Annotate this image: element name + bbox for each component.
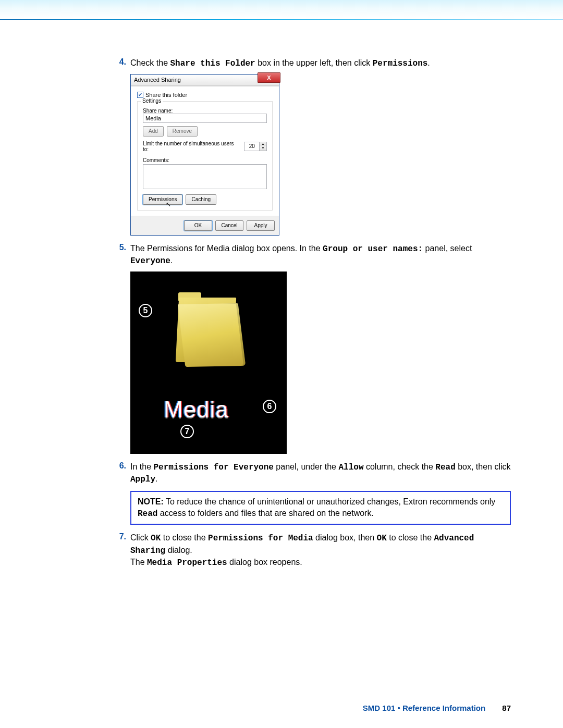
chevron-up-icon[interactable]: ▲ bbox=[259, 142, 266, 146]
step-body: In the Permissions for Everyone panel, u… bbox=[130, 461, 511, 486]
dialog-footer: OK Cancel Apply bbox=[131, 216, 279, 235]
permissions-label: Permissions bbox=[149, 196, 177, 202]
text: column, check the bbox=[363, 462, 435, 471]
chevron-down-icon[interactable]: ▼ bbox=[259, 146, 266, 151]
dialog-titlebar: Advanced Sharing X bbox=[131, 75, 279, 86]
callout-label: 5 bbox=[143, 306, 148, 315]
note-prefix: NOTE: bbox=[138, 497, 164, 506]
media-folder-screenshot: 5 Media 6 7 bbox=[130, 272, 511, 454]
text: dialog box, then bbox=[313, 533, 377, 542]
note-text: access to folders and files that are sha… bbox=[157, 509, 373, 517]
step-4: 4. Check the Share this Folder box in th… bbox=[115, 57, 511, 70]
step-5: 5. The Permissions for Media dialog box … bbox=[115, 243, 511, 267]
page-header-accent bbox=[0, 0, 563, 20]
code: OK bbox=[151, 534, 161, 543]
share-folder-checkbox-row: ✔ Share this folder bbox=[137, 92, 273, 98]
share-name-label: Share name: bbox=[143, 108, 267, 114]
text: The Permissions for Media dialog box ope… bbox=[130, 244, 323, 253]
code: Read bbox=[435, 463, 455, 472]
comments-textarea[interactable] bbox=[143, 164, 267, 189]
limit-users-row: Limit the number of simultaneous users t… bbox=[143, 141, 267, 152]
text: Check the bbox=[130, 58, 170, 67]
text: . bbox=[155, 474, 157, 483]
advanced-sharing-screenshot: Advanced Sharing X ✔ Share this folder S… bbox=[130, 74, 511, 236]
step-7: 7. Click OK to close the Permissions for… bbox=[115, 532, 511, 569]
add-remove-row: Add Remove bbox=[143, 126, 267, 137]
text: to close the bbox=[161, 533, 208, 542]
caching-label: Caching bbox=[191, 196, 211, 202]
apply-button[interactable]: Apply bbox=[247, 220, 275, 231]
add-label: Add bbox=[149, 128, 158, 134]
step-6: 6. In the Permissions for Everyone panel… bbox=[115, 461, 511, 486]
text: Click bbox=[130, 533, 151, 542]
settings-group: Settings Share name: Media Add Remove Li… bbox=[137, 101, 273, 211]
code: Permissions for Everyone bbox=[153, 463, 273, 472]
code: OK bbox=[377, 534, 387, 543]
note-text: To reduce the chance of unintentional or… bbox=[164, 497, 496, 506]
text: dialog. bbox=[165, 546, 192, 554]
share-name-input[interactable]: Media bbox=[143, 114, 267, 123]
callout-6: 6 bbox=[263, 400, 276, 413]
code: Read bbox=[138, 509, 157, 519]
callout-label: 7 bbox=[185, 427, 190, 436]
ok-button[interactable]: OK bbox=[184, 220, 212, 231]
share-folder-checkbox[interactable]: ✔ bbox=[137, 92, 143, 98]
limit-spinner[interactable]: 20 ▲▼ bbox=[244, 142, 267, 151]
caching-button[interactable]: Caching bbox=[186, 194, 216, 205]
text: panel, select bbox=[423, 244, 472, 253]
dialog-body: ✔ Share this folder Settings Share name:… bbox=[131, 86, 279, 216]
step-number: 6. bbox=[115, 461, 130, 486]
close-button[interactable]: X bbox=[258, 72, 280, 83]
media-folder-label: Media bbox=[164, 397, 229, 423]
permissions-button[interactable]: Permissions bbox=[143, 194, 182, 205]
text: The bbox=[130, 558, 147, 566]
step-body: The Permissions for Media dialog box ope… bbox=[130, 243, 511, 267]
cancel-button[interactable]: Cancel bbox=[215, 220, 243, 231]
code: Media Properties bbox=[147, 558, 227, 567]
folder-front bbox=[178, 303, 246, 367]
add-button[interactable]: Add bbox=[143, 126, 164, 137]
step-body: Click OK to close the Permissions for Me… bbox=[130, 532, 511, 569]
cursor-icon: ↖ bbox=[166, 201, 171, 208]
dialog-title: Advanced Sharing bbox=[134, 77, 181, 83]
text: . bbox=[427, 58, 430, 67]
desktop-figure: 5 Media 6 7 bbox=[130, 272, 287, 454]
code: Share this Folder bbox=[170, 59, 255, 68]
footer-doc-title: SMD 101 • Reference Information bbox=[363, 704, 485, 712]
apply-label: Apply bbox=[254, 223, 267, 228]
folder-icon bbox=[175, 298, 248, 371]
text: panel, under the bbox=[274, 462, 339, 471]
remove-label: Remove bbox=[173, 128, 192, 134]
text: box, then click bbox=[456, 462, 511, 471]
limit-value: 20 bbox=[244, 143, 259, 149]
limit-label: Limit the number of simultaneous users t… bbox=[143, 141, 240, 152]
code: Apply bbox=[130, 475, 155, 484]
advanced-sharing-dialog: Advanced Sharing X ✔ Share this folder S… bbox=[130, 74, 279, 236]
remove-button[interactable]: Remove bbox=[167, 126, 198, 137]
perm-cache-row: Permissions Caching ↖ bbox=[143, 194, 267, 205]
text: . bbox=[170, 256, 173, 265]
close-icon: X bbox=[267, 75, 271, 81]
step-body: Check the Share this Folder box in the u… bbox=[130, 57, 511, 70]
code: Permissions for Media bbox=[208, 534, 313, 543]
text: box in the upper left, then click bbox=[255, 58, 373, 67]
spinner-arrows: ▲▼ bbox=[259, 142, 266, 151]
cancel-label: Cancel bbox=[221, 223, 237, 228]
share-folder-label: Share this folder bbox=[145, 92, 187, 98]
share-name-value: Media bbox=[145, 115, 161, 121]
code: Group or user names: bbox=[323, 244, 423, 254]
code: Everyone bbox=[130, 256, 170, 266]
page-content: 4. Check the Share this Folder box in th… bbox=[0, 21, 563, 569]
text: to close the bbox=[387, 533, 434, 542]
callout-label: 6 bbox=[267, 402, 272, 411]
code: Permissions bbox=[373, 59, 428, 68]
step-number: 4. bbox=[115, 57, 130, 70]
note-box: NOTE: To reduce the chance of unintentio… bbox=[130, 491, 511, 525]
step-number: 7. bbox=[115, 532, 130, 569]
page-number: 87 bbox=[502, 704, 511, 712]
text: dialog box reopens. bbox=[227, 558, 302, 566]
code: Allow bbox=[338, 463, 363, 472]
page-footer: SMD 101 • Reference Information 87 bbox=[363, 704, 511, 712]
comments-label: Comments: bbox=[143, 157, 267, 163]
step-number: 5. bbox=[115, 243, 130, 267]
